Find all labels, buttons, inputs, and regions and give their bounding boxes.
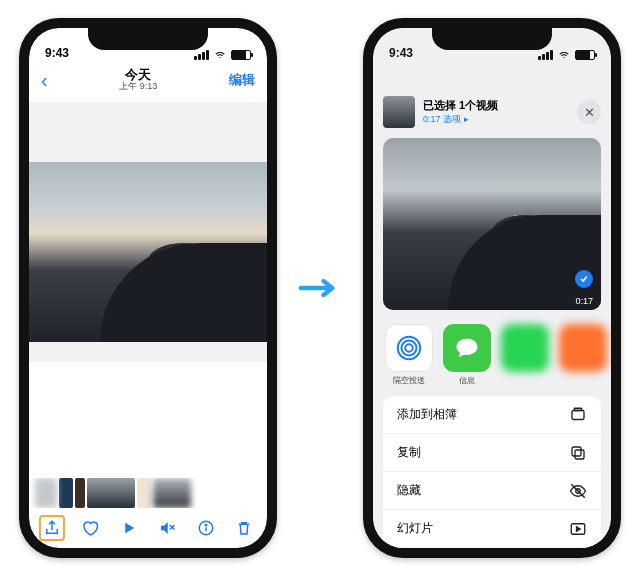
wifi-icon [213,50,227,60]
transition-arrow [299,276,341,300]
battery-icon [575,50,595,60]
phone-right: 9:43 已选择 1个视频 0:17 选项 ▸ ✕ [363,18,621,558]
close-icon: ✕ [584,105,595,120]
photo-viewer[interactable] [29,102,267,362]
speaker-muted-icon [158,519,176,537]
photo-landscape [29,162,267,342]
svg-point-4 [205,524,207,526]
page-title: 今天 上午 9:13 [119,68,157,92]
selected-checkmark[interactable] [575,270,593,288]
airdrop-icon [385,324,433,372]
app-messages[interactable]: 信息 [443,324,491,386]
action-slideshow[interactable]: 幻灯片 [383,510,601,548]
app-airdrop[interactable]: 隔空投送 [385,324,433,386]
heart-icon [81,519,99,537]
notch [432,28,552,50]
share-icon [43,519,61,537]
status-time: 9:43 [389,46,413,60]
mute-button[interactable] [154,515,180,541]
close-button[interactable]: ✕ [577,100,601,124]
header-text: 已选择 1个视频 0:17 选项 ▸ [423,98,498,126]
share-actions-list: 添加到相簿 复制 隐藏 幻灯片 隔空播放 [383,396,601,548]
nav-bar: ‹ 今天 上午 9:13 编辑 [29,62,267,98]
app-blurred[interactable] [559,324,607,386]
svg-rect-11 [572,447,581,456]
app-label: 隔空投送 [385,375,433,386]
action-copy[interactable]: 复制 [383,434,601,472]
eye-off-icon [569,482,587,500]
favorite-button[interactable] [77,515,103,541]
share-button[interactable] [39,515,65,541]
thumbnail[interactable] [137,478,151,508]
notch [88,28,208,50]
action-label: 复制 [397,444,421,461]
copy-icon [569,444,587,462]
share-app-row: 隔空投送 信息 [373,314,611,390]
action-label: 添加到相簿 [397,406,457,423]
share-sheet-header: 已选择 1个视频 0:17 选项 ▸ ✕ [373,90,611,134]
svg-point-6 [402,341,417,356]
thumbnail[interactable] [153,478,191,508]
slideshow-icon [569,520,587,538]
svg-point-5 [405,344,413,352]
filmstrip[interactable] [29,478,267,508]
battery-icon [231,50,251,60]
messages-icon [443,324,491,372]
back-button[interactable]: ‹ [41,69,48,92]
cellular-icon [538,50,553,60]
action-label: 幻灯片 [397,520,433,537]
play-icon [120,519,138,537]
video-duration: 0:17 [575,296,593,306]
action-add-to-album[interactable]: 添加到相簿 [383,396,601,434]
phone-left: 9:43 ‹ 今天 上午 9:13 编辑 [19,18,277,558]
info-icon [197,519,215,537]
status-icons [194,50,251,60]
play-button[interactable] [116,515,142,541]
delete-button[interactable] [231,515,257,541]
svg-rect-10 [575,450,584,459]
title-main: 今天 [119,68,157,82]
app-icon-blurred [501,324,549,372]
thumbnail-current[interactable] [87,478,135,508]
action-label: 隐藏 [397,482,421,499]
header-title: 已选择 1个视频 [423,98,498,113]
share-sheet: 9:43 已选择 1个视频 0:17 选项 ▸ ✕ [373,28,611,548]
trash-icon [235,519,253,537]
action-hide[interactable]: 隐藏 [383,472,601,510]
wifi-icon [557,50,571,60]
thumbnail[interactable] [35,478,57,508]
status-icons [538,50,595,60]
thumbnail[interactable] [75,478,85,508]
svg-rect-8 [572,410,584,419]
svg-rect-9 [574,408,582,410]
title-sub: 上午 9:13 [119,82,157,92]
header-options-link[interactable]: 0:17 选项 ▸ [423,113,498,126]
toolbar [29,508,267,548]
app-blurred[interactable] [501,324,549,386]
app-icon-blurred [559,324,607,372]
header-thumbnail [383,96,415,128]
app-label: 信息 [443,375,491,386]
screen-share-sheet: 9:43 已选择 1个视频 0:17 选项 ▸ ✕ [373,28,611,548]
edit-button[interactable]: 编辑 [229,71,255,89]
thumbnail[interactable] [59,478,73,508]
share-preview[interactable]: 0:17 [383,138,601,310]
screen-photos: 9:43 ‹ 今天 上午 9:13 编辑 [29,28,267,548]
info-button[interactable] [193,515,219,541]
status-time: 9:43 [45,46,69,60]
check-icon [579,274,589,284]
album-icon [569,406,587,424]
cellular-icon [194,50,209,60]
